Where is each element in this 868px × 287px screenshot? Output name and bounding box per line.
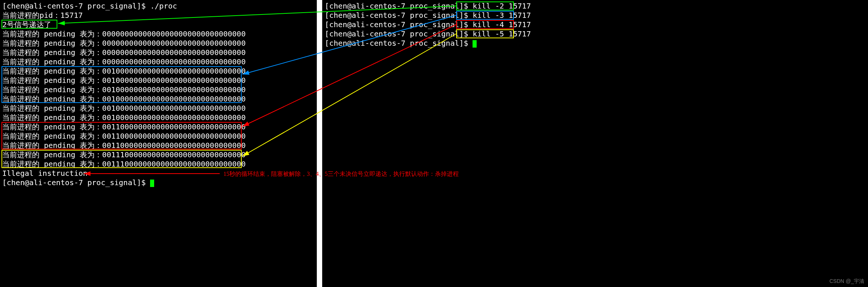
command: kill -2 15717 xyxy=(473,1,531,10)
prompt: [chen@ali-centos-7 proc_signal]$ xyxy=(325,11,468,20)
prompt-line: [chen@ali-centos-7 proc_signal]$ kill -2… xyxy=(325,1,866,11)
output-pending: 当前进程的 pending 表为：00100000000000000000000… xyxy=(2,85,314,94)
output-pending: 当前进程的 pending 表为：00100000000000000000000… xyxy=(2,113,314,122)
cursor[interactable] xyxy=(473,40,477,48)
prompt: [chen@ali-centos-7 proc_signal]$ xyxy=(2,178,146,187)
output-pending: 当前进程的 pending 表为：00110000000000000000000… xyxy=(2,122,314,132)
pane-separator[interactable] xyxy=(317,0,322,287)
prompt: [chen@ali-centos-7 proc_signal]$ xyxy=(325,1,468,10)
command: kill -5 15717 xyxy=(473,29,531,38)
output-pending: 当前进程的 pending 表为：00000000000000000000000… xyxy=(2,48,314,57)
command: kill -4 15717 xyxy=(473,20,531,29)
output-pending: 当前进程的 pending 表为：00100000000000000000000… xyxy=(2,76,314,85)
output-pending: 当前进程的 pending 表为：00000000000000000000000… xyxy=(2,29,314,39)
prompt-line: [chen@ali-centos-7 proc_signal]$ kill -4… xyxy=(325,20,866,29)
prompt-line: [chen@ali-centos-7 proc_signal]$ kill -5… xyxy=(325,29,866,39)
terminal-container: [chen@ali-centos-7 proc_signal]$ ./proc … xyxy=(0,0,868,287)
annotation-text: 15秒的循环结束，阻塞被解除，3、4、5三个未决信号立即递达，执行默认动作：杀掉… xyxy=(223,170,459,178)
cursor[interactable] xyxy=(150,180,154,187)
prompt-line: [chen@ali-centos-7 proc_signal]$ xyxy=(2,178,314,187)
prompt-line: [chen@ali-centos-7 proc_signal]$ ./proc xyxy=(2,1,314,11)
output-pending: 当前进程的 pending 表为：00111000000000000000000… xyxy=(2,150,314,159)
prompt: [chen@ali-centos-7 proc_signal]$ xyxy=(325,20,468,29)
prompt: [chen@ali-centos-7 proc_signal]$ xyxy=(325,29,468,38)
output-pending: 当前进程的 pending 表为：00110000000000000000000… xyxy=(2,141,314,150)
prompt-line: [chen@ali-centos-7 proc_signal]$ xyxy=(325,39,866,48)
output-pending: 当前进程的 pending 表为：00000000000000000000000… xyxy=(2,57,314,67)
output-pid: 当前进程的pid：15717 xyxy=(2,11,314,20)
output-pending: 当前进程的 pending 表为：00110000000000000000000… xyxy=(2,132,314,141)
output-pending: 当前进程的 pending 表为：00100000000000000000000… xyxy=(2,104,314,113)
output-signal2: 2号信号递达了 xyxy=(2,20,314,29)
right-terminal[interactable]: [chen@ali-centos-7 proc_signal]$ kill -2… xyxy=(322,0,868,287)
prompt: [chen@ali-centos-7 proc_signal]$ xyxy=(2,1,146,10)
watermark: CSDN @_宇清 xyxy=(829,278,864,285)
output-pending: 当前进程的 pending 表为：00100000000000000000000… xyxy=(2,67,314,76)
left-terminal[interactable]: [chen@ali-centos-7 proc_signal]$ ./proc … xyxy=(0,0,317,287)
prompt: [chen@ali-centos-7 proc_signal]$ xyxy=(325,39,468,48)
command: kill -3 15717 xyxy=(473,11,531,20)
command: ./proc xyxy=(150,1,177,10)
output-pending: 当前进程的 pending 表为：00111000000000000000000… xyxy=(2,159,314,169)
prompt-line: [chen@ali-centos-7 proc_signal]$ kill -3… xyxy=(325,11,866,20)
output-pending: 当前进程的 pending 表为：00100000000000000000000… xyxy=(2,94,314,104)
output-pending: 当前进程的 pending 表为：00000000000000000000000… xyxy=(2,39,314,48)
